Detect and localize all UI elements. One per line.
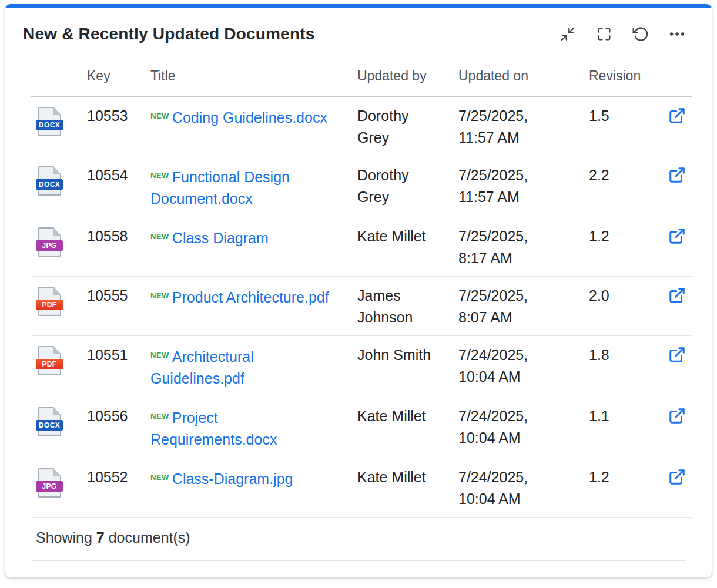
file-type-icon: DOCX xyxy=(36,407,63,436)
revision-value: 1.2 xyxy=(589,458,656,518)
document-link[interactable]: Functional Design Document.docx xyxy=(150,169,290,207)
documents-table-container: Key Title Updated by Updated on Revision… xyxy=(5,46,712,561)
document-title-cell: NEWCoding Guidelines.docx xyxy=(150,105,327,129)
file-type-icon: DOCX xyxy=(36,166,63,196)
document-link[interactable]: Project Requirements.docx xyxy=(150,409,277,448)
open-document-button[interactable] xyxy=(668,166,686,184)
file-type-label: JPG xyxy=(36,240,63,251)
document-key: 10553 xyxy=(87,96,150,156)
open-document-button[interactable] xyxy=(668,407,686,425)
column-header-key: Key xyxy=(87,46,150,96)
revision-value: 2.2 xyxy=(589,156,656,217)
collapse-button[interactable] xyxy=(559,25,577,43)
external-link-icon xyxy=(668,287,686,304)
external-link-icon xyxy=(668,166,686,184)
panel-toolbar xyxy=(559,25,686,43)
document-link[interactable]: Class Diagram xyxy=(172,230,269,246)
file-type-label: PDF xyxy=(36,300,63,310)
open-document-button[interactable] xyxy=(668,107,686,125)
new-badge: NEW xyxy=(150,351,169,359)
updated-on: 7/24/2025, 10:04 AM xyxy=(458,405,547,449)
document-title-cell: NEWClass-Diagram.jpg xyxy=(150,466,293,490)
updated-by: James Johnson xyxy=(357,285,437,328)
updated-on: 7/25/2025, 8:17 AM xyxy=(458,226,547,269)
file-type-icon: DOCX xyxy=(36,107,63,136)
new-badge: NEW xyxy=(150,112,169,120)
document-link[interactable]: Product Architecture.pdf xyxy=(172,289,329,305)
expand-button[interactable] xyxy=(595,25,613,43)
open-document-button[interactable] xyxy=(668,287,686,304)
external-link-icon xyxy=(668,107,686,125)
new-badge: NEW xyxy=(150,171,169,180)
updated-by: Dorothy Grey xyxy=(357,105,437,149)
document-title-cell: NEWClass Diagram xyxy=(150,226,269,249)
new-badge: NEW xyxy=(150,412,169,421)
file-type-icon: JPG xyxy=(36,227,63,257)
document-link[interactable]: Class-Diagram.jpg xyxy=(172,471,293,487)
new-badge: NEW xyxy=(150,473,169,482)
revision-value: 1.8 xyxy=(589,336,656,397)
column-header-title: Title xyxy=(150,46,357,96)
showing-label: Showing xyxy=(36,529,92,546)
column-header-updated-by: Updated by xyxy=(357,46,458,96)
table-row: JPG 10558 NEWClass Diagram Kate Millet 7… xyxy=(31,217,692,277)
file-type-label: DOCX xyxy=(36,179,63,190)
updated-by: John Smith xyxy=(357,344,431,366)
updated-on: 7/25/2025, 8:07 AM xyxy=(458,285,547,328)
file-type-icon: PDF xyxy=(36,346,63,375)
column-header-file-icon xyxy=(31,46,87,96)
refresh-button[interactable] xyxy=(632,25,649,43)
documents-panel: New & Recently Updated Documents xyxy=(5,4,712,578)
table-row: JPG 10552 NEWClass-Diagram.jpg Kate Mill… xyxy=(31,458,692,518)
updated-on: 7/24/2025, 10:04 AM xyxy=(458,344,547,388)
table-row: PDF 10555 NEWProduct Architecture.pdf Ja… xyxy=(31,277,692,336)
document-key: 10552 xyxy=(87,458,150,518)
revision-value: 2.0 xyxy=(589,277,656,336)
updated-on: 7/25/2025, 11:57 AM xyxy=(458,105,547,149)
column-header-open-link xyxy=(656,46,692,96)
open-document-button[interactable] xyxy=(668,468,686,486)
document-key: 10555 xyxy=(87,277,150,336)
open-document-button[interactable] xyxy=(668,227,686,245)
new-badge: NEW xyxy=(150,291,169,300)
expand-icon xyxy=(596,26,612,42)
document-link[interactable]: Coding Guidelines.docx xyxy=(172,109,327,126)
new-badge: NEW xyxy=(150,232,169,241)
column-header-updated-on: Updated on xyxy=(458,46,589,96)
updated-by: Kate Millet xyxy=(357,226,426,247)
document-title-cell: NEWArchitectural Guidelines.pdf xyxy=(150,344,329,389)
table-row: DOCX 10553 NEWCoding Guidelines.docx Dor… xyxy=(31,96,692,156)
table-row: PDF 10551 NEWArchitectural Guidelines.pd… xyxy=(31,336,692,397)
document-key: 10554 xyxy=(87,156,150,217)
updated-on: 7/24/2025, 10:04 AM xyxy=(458,466,547,510)
table-header-row: Key Title Updated by Updated on Revision xyxy=(31,46,692,96)
document-title-cell: NEWProject Requirements.docx xyxy=(150,405,329,451)
file-type-label: JPG xyxy=(36,481,63,492)
more-button[interactable] xyxy=(668,25,686,43)
document-title-cell: NEWProduct Architecture.pdf xyxy=(150,285,329,308)
table-row: DOCX 10556 NEWProject Requirements.docx … xyxy=(31,397,692,458)
collapse-icon xyxy=(559,26,576,42)
file-type-label: DOCX xyxy=(36,420,63,431)
panel-header: New & Recently Updated Documents xyxy=(5,8,712,46)
documents-label: document(s) xyxy=(109,529,190,546)
table-row: DOCX 10554 NEWFunctional Design Document… xyxy=(31,156,692,217)
panel-title: New & Recently Updated Documents xyxy=(23,25,315,43)
document-key: 10551 xyxy=(87,336,150,397)
document-count: 7 xyxy=(96,529,105,546)
updated-on: 7/25/2025, 11:57 AM xyxy=(458,164,547,208)
file-type-label: PDF xyxy=(36,359,63,369)
more-icon xyxy=(669,26,685,42)
external-link-icon xyxy=(668,227,686,245)
external-link-icon xyxy=(668,346,686,364)
external-link-icon xyxy=(668,407,686,425)
document-key: 10558 xyxy=(87,217,150,277)
results-summary: Showing 7 document(s) xyxy=(31,518,686,561)
open-document-button[interactable] xyxy=(668,346,686,364)
updated-by: Kate Millet xyxy=(357,466,426,488)
revision-value: 1.1 xyxy=(589,397,656,458)
document-title-cell: NEWFunctional Design Document.docx xyxy=(150,164,329,210)
document-key: 10556 xyxy=(87,397,150,458)
revision-value: 1.2 xyxy=(589,217,656,277)
file-type-label: DOCX xyxy=(36,120,63,130)
